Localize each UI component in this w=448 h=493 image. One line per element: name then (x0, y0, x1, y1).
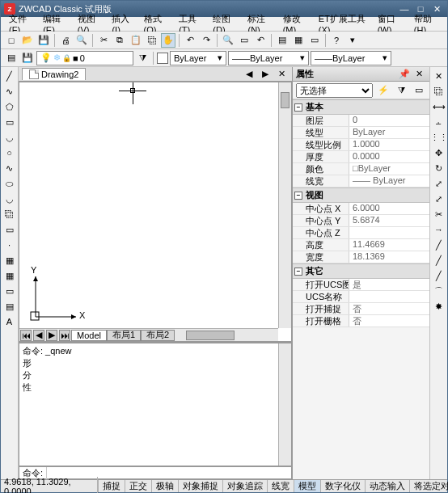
design-button[interactable]: ▦ (291, 33, 306, 48)
prop-row[interactable]: 打开UCS图标是 (293, 279, 429, 291)
region-tool[interactable]: ▭ (2, 284, 17, 298)
status-捕捉[interactable]: 捕捉 (98, 480, 125, 492)
prop-value[interactable]: 0.0000 (349, 151, 429, 162)
cmd-vscrollbar[interactable] (278, 343, 291, 466)
drawing-canvas[interactable]: X Y ⏮ ◀ ▶ ⏭ Model 布局1 布局2 (19, 82, 292, 342)
line-tool[interactable]: ╱ (2, 69, 17, 83)
prop-value[interactable]: ByLayer (349, 127, 429, 138)
prop-row[interactable]: 中心点 Z (293, 227, 429, 239)
prop-value[interactable]: □ByLayer (349, 163, 429, 175)
help-button[interactable]: ? (329, 33, 344, 48)
prop-value[interactable]: 11.4669 (349, 239, 429, 251)
lineweight-selector[interactable]: —— ByLayer▾ (311, 51, 391, 65)
prop-row[interactable]: 颜色□ByLayer (293, 163, 429, 175)
zoom-win-button[interactable]: ▭ (237, 33, 251, 48)
new-button[interactable]: □ (4, 33, 19, 48)
prop-row[interactable]: 线宽—— ByLayer (293, 175, 429, 188)
prop-row[interactable]: 打开捕捉否 (293, 303, 429, 315)
prop-row[interactable]: 图层0 (293, 115, 429, 127)
vscrollbar[interactable] (278, 82, 291, 328)
sheet-nav-first[interactable]: ⏮ (20, 330, 32, 341)
doc-close[interactable]: ✕ (274, 67, 289, 82)
point-tool[interactable]: · (2, 238, 17, 252)
cut-button[interactable]: ✂ (96, 33, 111, 48)
selection-dropdown[interactable]: 无选择 (296, 83, 373, 98)
redo-button[interactable]: ↷ (199, 33, 213, 48)
prop-value[interactable]: 否 (349, 303, 429, 314)
prop-row[interactable]: 线型比例1.0000 (293, 139, 429, 151)
prop-value[interactable]: 1.0000 (349, 139, 429, 150)
color-selector[interactable]: ByLayer▾ (170, 51, 226, 65)
print-button[interactable]: 🖨 (58, 33, 73, 48)
stretch-tool[interactable]: ⤢ (432, 192, 446, 206)
fillet-tool[interactable]: ⌒ (432, 284, 446, 298)
prop-group-other[interactable]: −其它 (293, 263, 429, 279)
prop-value[interactable] (349, 291, 429, 302)
prop-row[interactable]: 打开栅格否 (293, 315, 429, 327)
extend-tool[interactable]: → (432, 222, 446, 237)
linetype-selector[interactable]: —— ByLayer▾ (228, 51, 309, 65)
command-output[interactable]: 命令: _qnew 形 分 性 (19, 343, 292, 466)
zoom-rt-button[interactable]: 🔍 (221, 33, 235, 48)
properties-body[interactable]: −基本图层0线型ByLayer线型比例1.0000厚度0.0000颜色□ByLa… (293, 99, 429, 479)
prop-value[interactable]: 是 (349, 279, 429, 290)
arc-tool[interactable]: ◡ (2, 130, 17, 145)
coordinates-display[interactable]: 4.9618, 11.3029, 0.0000 (1, 477, 98, 494)
ellipsearc-tool[interactable]: ◡ (2, 192, 17, 206)
sheet-model[interactable]: Model (71, 330, 107, 341)
spline-tool[interactable]: ∿ (2, 161, 17, 175)
trim-tool[interactable]: ✂ (432, 207, 446, 221)
dropdown-button[interactable]: ▾ (345, 33, 360, 48)
preview-button[interactable]: 🔍 (74, 33, 89, 48)
circle-tool[interactable]: ○ (2, 145, 17, 160)
panel-close-button[interactable]: ✕ (412, 67, 426, 82)
prop-value[interactable]: 18.1369 (349, 251, 429, 263)
status-模型[interactable]: 模型 (294, 480, 320, 492)
save-button[interactable]: 💾 (36, 33, 51, 48)
status-正交[interactable]: 正交 (125, 480, 151, 492)
break-tool[interactable]: ╱ (432, 238, 446, 252)
hscroll-thumb[interactable] (186, 331, 235, 340)
sheet-layout1[interactable]: 布局1 (107, 330, 141, 341)
prop-row[interactable]: UCS名称 (293, 291, 429, 303)
prop-group-view[interactable]: −视图 (293, 188, 429, 203)
doc-dropdown[interactable]: ◀ (242, 67, 256, 82)
quick-select-button[interactable]: ⚡ (376, 83, 391, 98)
prop-value[interactable]: 6.0000 (349, 203, 429, 214)
prop-value[interactable]: —— ByLayer (349, 175, 429, 187)
vscroll-thumb[interactable] (281, 92, 290, 108)
hscrollbar[interactable] (186, 331, 267, 340)
paste-button[interactable]: 📋 (129, 33, 143, 48)
match-button[interactable]: ⿻ (145, 33, 159, 48)
scale-tool[interactable]: ⤢ (432, 176, 446, 191)
sheet-nav-next[interactable]: ▶ (46, 330, 57, 341)
sheet-nav-last[interactable]: ⏭ (59, 330, 70, 341)
tool-button[interactable]: ▭ (307, 33, 322, 48)
pan-button[interactable]: ✋ (161, 33, 175, 48)
prop-value[interactable]: 0 (349, 115, 429, 126)
prop-row[interactable]: 厚度0.0000 (293, 151, 429, 163)
layer-make-button[interactable]: ⧩ (135, 51, 150, 65)
table-tool[interactable]: ▤ (2, 299, 17, 314)
rotate-tool[interactable]: ↻ (432, 161, 446, 175)
prop-row[interactable]: 高度11.4669 (293, 239, 429, 251)
prop-row[interactable]: 中心点 X6.0000 (293, 203, 429, 215)
mtext-tool[interactable]: A (2, 314, 17, 329)
copy-tool[interactable]: ⿻ (432, 84, 446, 99)
prop-row[interactable]: 中心点 Y5.6874 (293, 215, 429, 227)
toggle-pick-button[interactable]: ▭ (412, 83, 426, 98)
layer-props-button[interactable]: ▤ (4, 51, 19, 65)
chamfer-tool[interactable]: ╱ (432, 268, 446, 283)
layer-selector[interactable]: 💡 ❄ 🔒 ■ 0 (36, 51, 133, 65)
gradient-tool[interactable]: ▦ (2, 268, 17, 283)
zoom-prev-button[interactable]: ↶ (253, 33, 268, 48)
status-对象捕捉[interactable]: 对象捕捉 (178, 480, 222, 492)
erase-tool[interactable]: ✕ (432, 69, 446, 83)
prop-value[interactable] (349, 227, 429, 238)
offset-tool[interactable]: ⫠ (432, 115, 446, 129)
rect-tool[interactable]: ▭ (2, 115, 17, 129)
undo-button[interactable]: ↶ (183, 33, 197, 48)
copy-button[interactable]: ⧉ (112, 33, 127, 48)
insert-tool[interactable]: ⿻ (2, 207, 17, 221)
polygon-tool[interactable]: ⬠ (2, 99, 17, 114)
